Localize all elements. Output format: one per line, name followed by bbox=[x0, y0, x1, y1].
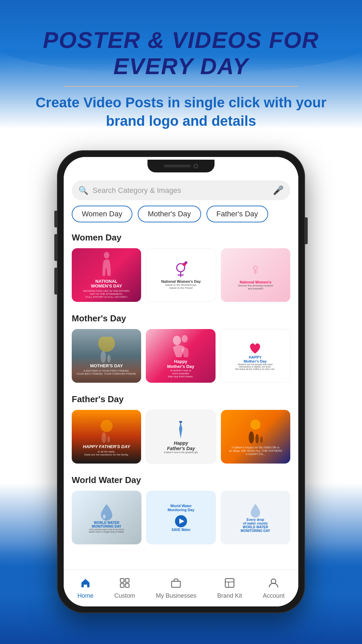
svg-point-10 bbox=[173, 336, 181, 345]
svg-point-17 bbox=[250, 420, 260, 430]
nav-account[interactable]: Account bbox=[263, 577, 285, 599]
section-mothers-day: Mother's Day MOTHER'S bbox=[64, 310, 298, 383]
svg-point-0 bbox=[104, 252, 109, 259]
mute-button bbox=[54, 211, 57, 227]
nav-brand-kit-label: Brand Kit bbox=[217, 592, 242, 599]
svg-point-21 bbox=[103, 515, 106, 519]
mothers-day-cards: MOTHER'S DAY A MOTHER IS YOUR FIRST FRIE… bbox=[72, 329, 290, 383]
custom-icon bbox=[119, 577, 130, 590]
notch-camera bbox=[193, 164, 198, 168]
microphone-icon[interactable]: 🎤 bbox=[273, 185, 284, 196]
volume-up-button bbox=[54, 234, 57, 261]
section-title-women-day: Women Day bbox=[72, 232, 290, 243]
nav-brand-kit[interactable]: Brand Kit bbox=[217, 577, 242, 599]
section-women-day: Women Day NATIONALWOMEN'S DAY SATISFACTI… bbox=[64, 229, 298, 302]
app-headline: POSTER & VIDEOS FOR EVERY DAY bbox=[0, 27, 362, 79]
svg-point-20 bbox=[260, 436, 263, 443]
nav-home-label: Home bbox=[77, 592, 94, 599]
women-day-card-3[interactable]: ♀ National Women's Women the amazing cre… bbox=[221, 248, 290, 302]
phone-mockup: 🔍 Search Category & Images 🎤 Women Day M… bbox=[57, 150, 305, 613]
nav-businesses-label: My Businesses bbox=[156, 592, 196, 599]
water-day-card-2[interactable]: World WaterMonitoring Day SAVE Water bbox=[146, 491, 216, 544]
svg-rect-26 bbox=[120, 584, 124, 587]
water-day-cards: WORLD WATERMONITORING DAY Let's remind e… bbox=[72, 491, 290, 544]
fathers-day-cards: Happy Father's Day to all the dads.Dads … bbox=[72, 410, 290, 464]
search-placeholder: Search Category & Images bbox=[93, 186, 269, 195]
search-bar[interactable]: 🔍 Search Category & Images 🎤 bbox=[72, 180, 290, 200]
volume-down-button bbox=[54, 268, 57, 294]
nav-home[interactable]: Home bbox=[77, 577, 94, 599]
fathers-day-card-2[interactable]: HappyFather's Day A father's love is the… bbox=[146, 410, 216, 464]
section-title-fathers-day: Father's Day bbox=[72, 394, 290, 405]
mothers-day-card-3[interactable]: HAPPYMother's Day Mothers are the people… bbox=[220, 329, 290, 383]
app-subheadline: Create Video Posts in single click with … bbox=[0, 94, 362, 130]
nav-custom[interactable]: Custom bbox=[114, 577, 135, 599]
svg-point-8 bbox=[101, 351, 106, 363]
home-icon bbox=[80, 577, 91, 590]
svg-point-19 bbox=[255, 434, 259, 443]
businesses-icon bbox=[170, 577, 182, 590]
phone-screen: 🔍 Search Category & Images 🎤 Women Day M… bbox=[64, 157, 298, 606]
women-day-cards: NATIONALWOMEN'S DAY SATISFACTION LIES IN… bbox=[72, 248, 290, 302]
fathers-day-card-3[interactable]: A father's impact on his child's life is… bbox=[221, 410, 290, 464]
bottom-navigation: Home Custom bbox=[64, 570, 298, 606]
svg-marker-16 bbox=[179, 421, 182, 424]
svg-point-13 bbox=[102, 432, 106, 443]
svg-point-11 bbox=[182, 335, 188, 342]
women-day-card-1[interactable]: NATIONALWOMEN'S DAY SATISFACTION LIES IN… bbox=[72, 248, 141, 302]
svg-rect-27 bbox=[125, 584, 129, 587]
svg-text:♀: ♀ bbox=[249, 260, 262, 279]
search-icon: 🔍 bbox=[78, 186, 88, 195]
app-scroll-content[interactable]: 🔍 Search Category & Images 🎤 Women Day M… bbox=[64, 157, 298, 570]
water-day-card-1[interactable]: WORLD WATERMONITORING DAY Let's remind e… bbox=[72, 491, 141, 544]
svg-rect-28 bbox=[172, 581, 180, 587]
chip-mothers-day[interactable]: Mother's Day bbox=[138, 206, 201, 222]
brand-kit-icon bbox=[224, 577, 235, 590]
fathers-day-card-1[interactable]: Happy Father's Day to all the dads.Dads … bbox=[72, 410, 141, 464]
svg-point-9 bbox=[107, 355, 111, 363]
svg-rect-25 bbox=[125, 579, 129, 582]
notch-speaker bbox=[164, 165, 191, 167]
nav-businesses[interactable]: My Businesses bbox=[156, 577, 196, 599]
nav-custom-label: Custom bbox=[114, 592, 135, 599]
svg-point-14 bbox=[107, 436, 110, 443]
mothers-day-card-1[interactable]: MOTHER'S DAY A MOTHER IS YOUR FIRST FRIE… bbox=[72, 329, 141, 383]
account-icon bbox=[268, 577, 279, 590]
chip-women-day[interactable]: Women Day bbox=[72, 206, 132, 222]
section-world-water-day: World Water Day WORLD WATERMONITORING DA… bbox=[64, 472, 298, 544]
svg-point-7 bbox=[98, 337, 115, 352]
svg-point-12 bbox=[101, 420, 113, 432]
svg-point-5 bbox=[185, 261, 187, 264]
mothers-day-card-2[interactable]: HappyMother's Day A mother's love ismore… bbox=[146, 329, 215, 383]
section-title-water-day: World Water Day bbox=[72, 475, 290, 485]
water-day-card-3[interactable]: Every dropof water countsWORLD WATERMONI… bbox=[221, 491, 290, 544]
power-button bbox=[305, 217, 308, 244]
svg-rect-29 bbox=[225, 579, 234, 587]
section-title-mothers-day: Mother's Day bbox=[72, 313, 290, 324]
category-chips-row: Women Day Mother's Day Father's Day bbox=[64, 206, 298, 229]
svg-marker-15 bbox=[179, 422, 182, 439]
svg-rect-24 bbox=[120, 579, 124, 582]
svg-point-18 bbox=[249, 431, 254, 443]
nav-account-label: Account bbox=[263, 592, 285, 599]
phone-notch bbox=[147, 160, 215, 172]
chip-fathers-day[interactable]: Father's Day bbox=[206, 206, 268, 222]
section-fathers-day: Father's Day Happy Father's Day bbox=[64, 391, 298, 464]
headline-divider bbox=[64, 86, 298, 87]
women-day-card-2[interactable]: National Women's Day Salute to the Woman… bbox=[146, 248, 216, 302]
